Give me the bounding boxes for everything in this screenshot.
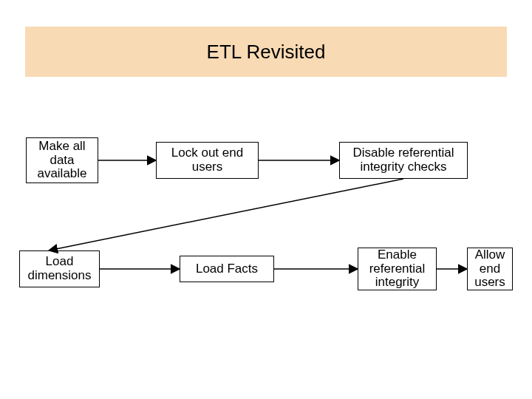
box-load-dim: Load dimensions: [19, 250, 100, 287]
box-allow-users: Allow end users: [467, 248, 513, 290]
box-label: Enable referential integrity: [361, 248, 433, 290]
box-disable-ri: Disable referential integrity checks: [339, 142, 468, 179]
page-title: ETL Revisited: [207, 41, 326, 64]
title-band: ETL Revisited: [25, 27, 507, 77]
box-make-data: Make all data available: [26, 137, 98, 183]
box-lock-out: Lock out end users: [156, 142, 259, 179]
box-load-facts: Load Facts: [180, 256, 274, 282]
box-label: Make all data available: [30, 140, 95, 181]
box-label: Disable referential integrity checks: [343, 146, 464, 174]
box-label: Load Facts: [196, 262, 258, 276]
arrow: [49, 179, 403, 250]
box-label: Load dimensions: [23, 255, 96, 282]
box-label: Lock out end users: [160, 146, 255, 174]
box-enable-ri: Enable referential integrity: [358, 248, 437, 290]
box-label: Allow end users: [471, 248, 509, 290]
